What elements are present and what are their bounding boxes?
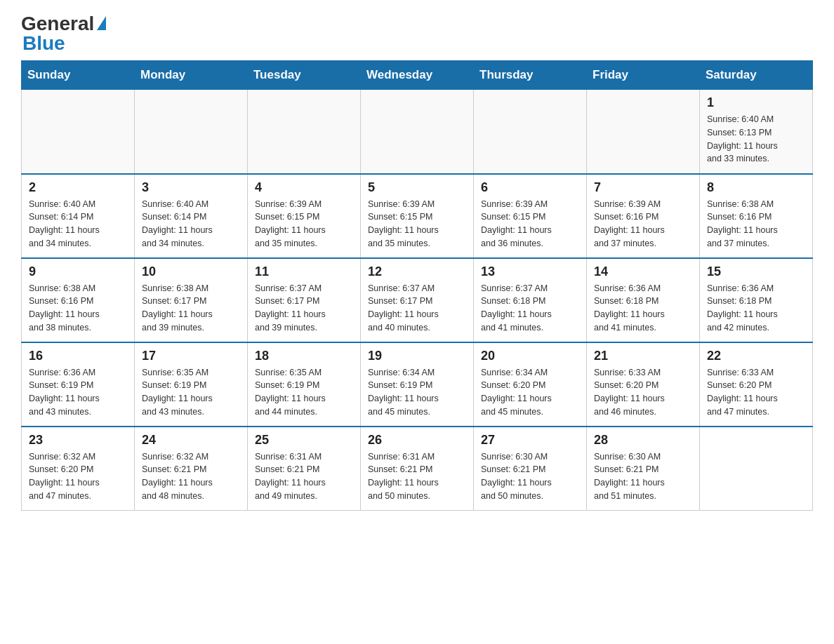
column-header-friday: Friday <box>587 61 700 90</box>
day-number: 1 <box>707 95 805 110</box>
day-info: Sunrise: 6:30 AM Sunset: 6:21 PM Dayligh… <box>481 450 579 503</box>
day-number: 14 <box>594 264 692 279</box>
day-info: Sunrise: 6:33 AM Sunset: 6:20 PM Dayligh… <box>594 366 692 419</box>
column-header-monday: Monday <box>135 61 248 90</box>
calendar-cell: 8Sunrise: 6:38 AM Sunset: 6:16 PM Daylig… <box>700 174 813 258</box>
day-info: Sunrise: 6:34 AM Sunset: 6:19 PM Dayligh… <box>368 366 466 419</box>
day-info: Sunrise: 6:34 AM Sunset: 6:20 PM Dayligh… <box>481 366 579 419</box>
calendar-cell: 12Sunrise: 6:37 AM Sunset: 6:17 PM Dayli… <box>361 258 474 342</box>
day-info: Sunrise: 6:31 AM Sunset: 6:21 PM Dayligh… <box>368 450 466 503</box>
calendar-cell: 23Sunrise: 6:32 AM Sunset: 6:20 PM Dayli… <box>22 427 135 511</box>
day-info: Sunrise: 6:39 AM Sunset: 6:15 PM Dayligh… <box>255 198 353 250</box>
day-info: Sunrise: 6:38 AM Sunset: 6:16 PM Dayligh… <box>29 282 127 335</box>
day-number: 19 <box>368 349 466 363</box>
calendar-cell: 17Sunrise: 6:35 AM Sunset: 6:19 PM Dayli… <box>135 342 248 427</box>
day-info: Sunrise: 6:35 AM Sunset: 6:19 PM Dayligh… <box>255 366 353 419</box>
day-info: Sunrise: 6:30 AM Sunset: 6:21 PM Dayligh… <box>594 450 692 503</box>
day-number: 21 <box>594 349 692 363</box>
column-header-thursday: Thursday <box>474 61 587 90</box>
calendar-cell: 4Sunrise: 6:39 AM Sunset: 6:15 PM Daylig… <box>248 174 361 258</box>
calendar-cell <box>361 90 474 174</box>
day-number: 17 <box>142 349 240 363</box>
day-info: Sunrise: 6:39 AM Sunset: 6:15 PM Dayligh… <box>481 198 579 250</box>
logo-triangle-icon <box>97 16 106 30</box>
day-number: 28 <box>594 433 692 448</box>
calendar-cell: 25Sunrise: 6:31 AM Sunset: 6:21 PM Dayli… <box>248 427 361 511</box>
calendar-cell: 24Sunrise: 6:32 AM Sunset: 6:21 PM Dayli… <box>135 427 248 511</box>
day-info: Sunrise: 6:40 AM Sunset: 6:14 PM Dayligh… <box>29 198 127 250</box>
day-number: 20 <box>481 349 579 363</box>
day-number: 25 <box>255 433 353 448</box>
calendar-cell: 3Sunrise: 6:40 AM Sunset: 6:14 PM Daylig… <box>135 174 248 258</box>
day-info: Sunrise: 6:38 AM Sunset: 6:17 PM Dayligh… <box>142 282 240 335</box>
day-number: 18 <box>255 349 353 363</box>
day-number: 6 <box>481 180 579 195</box>
calendar-cell: 2Sunrise: 6:40 AM Sunset: 6:14 PM Daylig… <box>22 174 135 258</box>
day-number: 9 <box>29 264 127 279</box>
day-info: Sunrise: 6:39 AM Sunset: 6:15 PM Dayligh… <box>368 198 466 250</box>
day-info: Sunrise: 6:39 AM Sunset: 6:16 PM Dayligh… <box>594 198 692 250</box>
calendar-cell <box>22 90 135 174</box>
column-header-saturday: Saturday <box>700 61 813 90</box>
day-number: 24 <box>142 433 240 448</box>
day-info: Sunrise: 6:40 AM Sunset: 6:13 PM Dayligh… <box>707 113 805 166</box>
calendar-cell: 13Sunrise: 6:37 AM Sunset: 6:18 PM Dayli… <box>474 258 587 342</box>
calendar-cell: 20Sunrise: 6:34 AM Sunset: 6:20 PM Dayli… <box>474 342 587 427</box>
day-number: 8 <box>707 180 805 195</box>
day-info: Sunrise: 6:32 AM Sunset: 6:20 PM Dayligh… <box>29 450 127 503</box>
calendar-cell <box>587 90 700 174</box>
day-number: 12 <box>368 264 466 279</box>
day-info: Sunrise: 6:37 AM Sunset: 6:17 PM Dayligh… <box>255 282 353 335</box>
calendar-cell: 14Sunrise: 6:36 AM Sunset: 6:18 PM Dayli… <box>587 258 700 342</box>
calendar-week-2: 2Sunrise: 6:40 AM Sunset: 6:14 PM Daylig… <box>22 174 813 258</box>
day-info: Sunrise: 6:37 AM Sunset: 6:17 PM Dayligh… <box>368 282 466 335</box>
day-info: Sunrise: 6:36 AM Sunset: 6:18 PM Dayligh… <box>707 282 805 335</box>
column-header-tuesday: Tuesday <box>248 61 361 90</box>
column-header-wednesday: Wednesday <box>361 61 474 90</box>
day-number: 13 <box>481 264 579 279</box>
calendar-week-1: 1Sunrise: 6:40 AM Sunset: 6:13 PM Daylig… <box>22 90 813 174</box>
logo-general: General <box>21 14 106 34</box>
calendar-cell: 6Sunrise: 6:39 AM Sunset: 6:15 PM Daylig… <box>474 174 587 258</box>
calendar-cell: 19Sunrise: 6:34 AM Sunset: 6:19 PM Dayli… <box>361 342 474 427</box>
calendar-week-5: 23Sunrise: 6:32 AM Sunset: 6:20 PM Dayli… <box>22 427 813 511</box>
calendar-week-4: 16Sunrise: 6:36 AM Sunset: 6:19 PM Dayli… <box>22 342 813 427</box>
calendar-table: SundayMondayTuesdayWednesdayThursdayFrid… <box>21 60 813 511</box>
day-number: 10 <box>142 264 240 279</box>
day-info: Sunrise: 6:35 AM Sunset: 6:19 PM Dayligh… <box>142 366 240 419</box>
calendar-cell <box>474 90 587 174</box>
calendar-week-3: 9Sunrise: 6:38 AM Sunset: 6:16 PM Daylig… <box>22 258 813 342</box>
day-number: 22 <box>707 349 805 363</box>
calendar-cell <box>135 90 248 174</box>
day-info: Sunrise: 6:33 AM Sunset: 6:20 PM Dayligh… <box>707 366 805 419</box>
calendar-cell: 5Sunrise: 6:39 AM Sunset: 6:15 PM Daylig… <box>361 174 474 258</box>
calendar-cell <box>248 90 361 174</box>
day-number: 3 <box>142 180 240 195</box>
day-number: 15 <box>707 264 805 279</box>
logo-blue: Blue <box>22 34 106 53</box>
day-number: 2 <box>29 180 127 195</box>
calendar-cell <box>700 427 813 511</box>
calendar-cell: 10Sunrise: 6:38 AM Sunset: 6:17 PM Dayli… <box>135 258 248 342</box>
day-info: Sunrise: 6:31 AM Sunset: 6:21 PM Dayligh… <box>255 450 353 503</box>
calendar-cell: 28Sunrise: 6:30 AM Sunset: 6:21 PM Dayli… <box>587 427 700 511</box>
calendar-cell: 9Sunrise: 6:38 AM Sunset: 6:16 PM Daylig… <box>22 258 135 342</box>
calendar-cell: 22Sunrise: 6:33 AM Sunset: 6:20 PM Dayli… <box>700 342 813 427</box>
calendar-cell: 7Sunrise: 6:39 AM Sunset: 6:16 PM Daylig… <box>587 174 700 258</box>
calendar-cell: 11Sunrise: 6:37 AM Sunset: 6:17 PM Dayli… <box>248 258 361 342</box>
day-number: 23 <box>29 433 127 448</box>
day-number: 7 <box>594 180 692 195</box>
day-info: Sunrise: 6:37 AM Sunset: 6:18 PM Dayligh… <box>481 282 579 335</box>
day-number: 16 <box>29 349 127 363</box>
calendar-cell: 26Sunrise: 6:31 AM Sunset: 6:21 PM Dayli… <box>361 427 474 511</box>
calendar-cell: 15Sunrise: 6:36 AM Sunset: 6:18 PM Dayli… <box>700 258 813 342</box>
calendar-cell: 1Sunrise: 6:40 AM Sunset: 6:13 PM Daylig… <box>700 90 813 174</box>
calendar-cell: 21Sunrise: 6:33 AM Sunset: 6:20 PM Dayli… <box>587 342 700 427</box>
day-info: Sunrise: 6:36 AM Sunset: 6:18 PM Dayligh… <box>594 282 692 335</box>
calendar-header-row: SundayMondayTuesdayWednesdayThursdayFrid… <box>22 61 813 90</box>
logo: General Blue <box>21 14 106 53</box>
day-number: 4 <box>255 180 353 195</box>
day-number: 5 <box>368 180 466 195</box>
calendar-cell: 16Sunrise: 6:36 AM Sunset: 6:19 PM Dayli… <box>22 342 135 427</box>
day-info: Sunrise: 6:40 AM Sunset: 6:14 PM Dayligh… <box>142 198 240 250</box>
